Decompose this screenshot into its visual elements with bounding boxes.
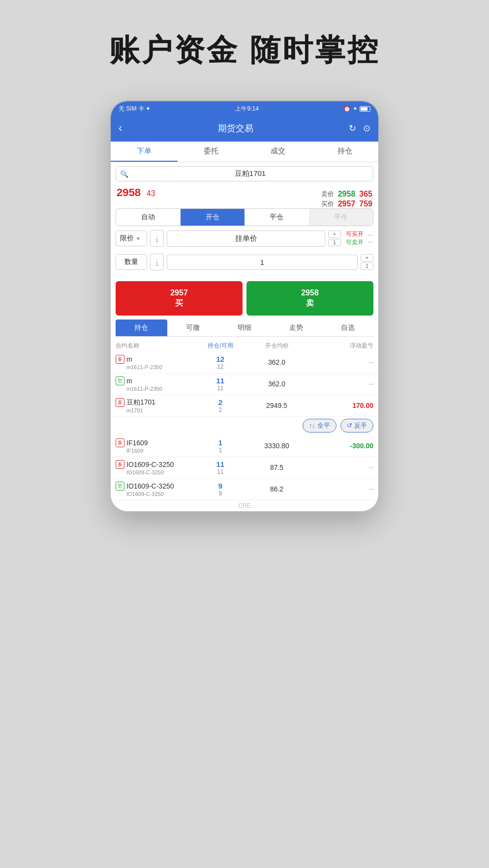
available-buy-label: 可买开 bbox=[346, 230, 364, 238]
qty-label: 数量 bbox=[116, 254, 147, 270]
price-type-label: 限价 bbox=[120, 234, 134, 243]
bottom-tab-bar: 持仓 可撤 明细 走势 自选 bbox=[116, 319, 373, 337]
col-qty: 持仓/可用 bbox=[196, 342, 244, 350]
col-avg-price: 开仓均价 bbox=[244, 342, 309, 350]
holding-pnl: 170.00 bbox=[309, 402, 373, 409]
table-row[interactable]: 多 m m1611-P-2350 12 12 362.0 -- bbox=[111, 352, 378, 374]
qty-plus-top[interactable]: + bbox=[361, 254, 373, 261]
qty-value[interactable]: 1 bbox=[167, 255, 358, 270]
price-plus-top[interactable]: + bbox=[328, 231, 341, 238]
contract-search-bar[interactable]: 🔍 豆粕1701 bbox=[116, 166, 373, 181]
qty-minus-btn[interactable]: - 1 bbox=[150, 254, 164, 270]
user-icon[interactable]: ⊙ bbox=[363, 123, 370, 134]
contract-name: m bbox=[126, 355, 132, 363]
holding-name: 多 m m1611-P-2350 bbox=[116, 355, 196, 370]
qty-plus-bottom[interactable]: 1 bbox=[361, 262, 373, 270]
price-type-select[interactable]: 限价 ▼ bbox=[116, 231, 147, 246]
tab-positions[interactable]: 持仓 bbox=[311, 142, 378, 162]
buy-button[interactable]: 2957 买 bbox=[116, 281, 243, 316]
table-row[interactable]: 多 IO1609-C-3250 IO1609-C-3250 11 11 87.5… bbox=[111, 457, 378, 479]
contract-code: IO1609-C-3250 bbox=[126, 469, 164, 475]
price-label-center: 挂单价 bbox=[167, 231, 325, 247]
page-headline: 账户资金 随时掌控 bbox=[109, 29, 379, 71]
reverse-label: 反手 bbox=[354, 421, 367, 430]
buy-vol: 759 bbox=[359, 200, 372, 208]
sell-label: 卖价 bbox=[321, 190, 334, 199]
holding-name: 空 IO1609-C-3250 IO1609-C-3250 bbox=[116, 482, 196, 497]
contract-code: m1701 bbox=[126, 407, 143, 413]
qty-label-text: 数量 bbox=[124, 258, 138, 266]
close-today-btn[interactable]: 平今 bbox=[309, 209, 373, 226]
tab-entrust[interactable]: 委托 bbox=[178, 142, 244, 162]
qty-total: 2 bbox=[219, 406, 222, 413]
price-minus-btn[interactable]: - 1 bbox=[150, 230, 164, 247]
tab-details[interactable]: 明细 bbox=[219, 319, 271, 336]
contract-code: m1611-P-2350 bbox=[126, 386, 162, 392]
table-row[interactable]: 多 IF1609 IF1609 1 1 3330.80 -300.00 bbox=[111, 435, 378, 457]
available-sell-label: 可卖开 bbox=[346, 238, 364, 247]
holding-pnl: -- bbox=[309, 485, 373, 493]
qty-available: 11 bbox=[216, 460, 225, 468]
holdings-table-header: 合约名称 持仓/可用 开仓均价 浮动盈亏 bbox=[111, 340, 378, 352]
direction-tag: 空 bbox=[116, 482, 124, 491]
available-buy-val: --- bbox=[367, 231, 373, 238]
close-all-btn[interactable]: ↑↓ 全平 bbox=[303, 419, 336, 433]
reverse-btn[interactable]: ↺ 反手 bbox=[340, 419, 373, 433]
qty-total: 11 bbox=[217, 385, 223, 392]
tab-cancellable[interactable]: 可撤 bbox=[167, 319, 219, 336]
price-plus-bottom[interactable]: 1 bbox=[328, 239, 341, 246]
close-all-label: 全平 bbox=[317, 421, 330, 430]
app-header: ‹ 期货交易 ↻ ⊙ bbox=[111, 116, 378, 142]
holding-avg-price: 3330.80 bbox=[244, 442, 309, 450]
tab-watchlist[interactable]: 自选 bbox=[322, 319, 373, 336]
qty-available: 12 bbox=[216, 355, 225, 363]
holding-qty: 11 11 bbox=[196, 376, 244, 392]
qty-available: 1 bbox=[218, 438, 222, 447]
price-plus-group: + 1 bbox=[328, 231, 341, 246]
bluetooth-icon: ✦ bbox=[353, 105, 358, 112]
holding-qty: 1 1 bbox=[196, 438, 244, 454]
contract-code: IF1609 bbox=[126, 448, 143, 454]
holding-pnl: -300.00 bbox=[309, 442, 373, 450]
direction-tag: 多 bbox=[116, 355, 124, 364]
sell-price: 2958 bbox=[338, 190, 356, 199]
tab-place-order[interactable]: 下单 bbox=[111, 142, 178, 162]
available-info: 可买开 可卖开 bbox=[346, 230, 364, 247]
contract-name: IO1609-C-3250 bbox=[126, 482, 174, 490]
back-button[interactable]: ‹ bbox=[119, 122, 122, 135]
holding-avg-price: 87.5 bbox=[244, 463, 309, 471]
holding-avg-price: 362.0 bbox=[244, 358, 309, 366]
battery-icon bbox=[360, 106, 370, 112]
contract-code: m1611-P-2350 bbox=[126, 364, 162, 370]
table-row[interactable]: 空 m m1611-P-2350 11 11 362.0 -- bbox=[111, 374, 378, 395]
status-right: ⏰ ✦ bbox=[343, 105, 370, 112]
holding-name: 多 IO1609-C-3250 IO1609-C-3250 bbox=[116, 460, 196, 475]
direction-tag: 多 bbox=[116, 460, 124, 469]
table-row[interactable]: 多 豆粕1701 m1701 2 2 2949.5 170.00 bbox=[111, 395, 378, 417]
qty-available: 9 bbox=[218, 482, 222, 490]
holding-pnl: -- bbox=[309, 358, 373, 366]
holding-avg-price: 86.2 bbox=[244, 485, 309, 493]
holding-name: 多 豆粕1701 m1701 bbox=[116, 398, 196, 413]
phone-frame: 无 SIM 卡 ✦ 上午9:14 ⏰ ✦ ‹ 期货交易 ↻ ⊙ 下单 委托 成交… bbox=[110, 100, 379, 512]
sell-button[interactable]: 2958 卖 bbox=[246, 281, 373, 316]
tab-trend[interactable]: 走势 bbox=[270, 319, 322, 336]
close-all-icon: ↑↓ bbox=[309, 422, 315, 429]
holdings-container: 多 m m1611-P-2350 12 12 362.0 -- 空 m m161… bbox=[111, 352, 378, 500]
tab-holdings[interactable]: 持仓 bbox=[116, 319, 167, 336]
refresh-icon[interactable]: ↻ bbox=[349, 123, 356, 134]
contract-input[interactable]: 豆粕1701 bbox=[131, 169, 369, 178]
auto-btn[interactable]: 自动 bbox=[116, 209, 181, 226]
close-position-btn[interactable]: 平仓 bbox=[244, 209, 309, 226]
holding-name: 多 IF1609 IF1609 bbox=[116, 438, 196, 454]
header-icons: ↻ ⊙ bbox=[349, 123, 370, 134]
app-title: 期货交易 bbox=[218, 122, 253, 134]
contract-name: IF1609 bbox=[126, 439, 148, 447]
open-position-btn[interactable]: 开仓 bbox=[181, 209, 245, 226]
table-row[interactable]: 空 IO1609-C-3250 IO1609-C-3250 9 9 86.2 -… bbox=[111, 479, 378, 500]
holding-name: 空 m m1611-P-2350 bbox=[116, 376, 196, 392]
direction-tag: 多 bbox=[116, 398, 124, 407]
tab-deals[interactable]: 成交 bbox=[244, 142, 311, 162]
sell-vol: 365 bbox=[359, 190, 372, 199]
holding-qty: 12 12 bbox=[196, 355, 244, 370]
